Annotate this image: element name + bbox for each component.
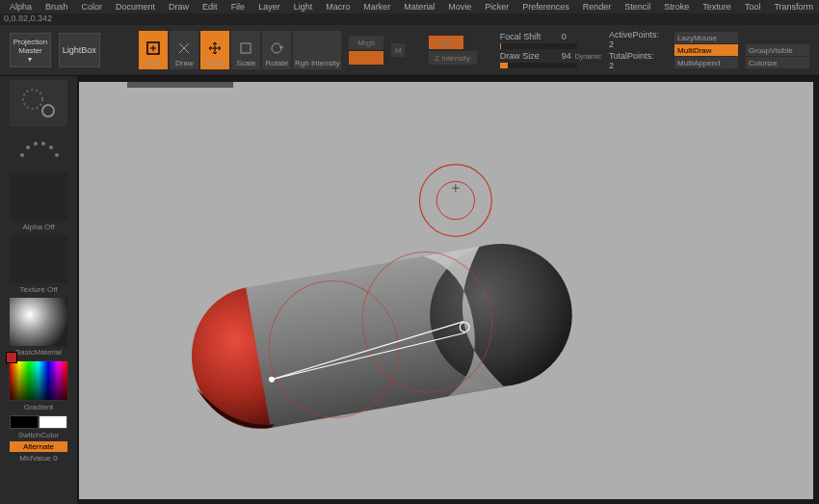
alpha-slot[interactable] — [10, 172, 67, 221]
draw-mode-button[interactable]: Draw — [170, 31, 198, 69]
dynamic-label: Dynamic — [575, 53, 601, 60]
multiappend-button[interactable]: MultiAppend — [674, 57, 738, 68]
svg-point-6 — [26, 146, 30, 149]
rotate-mode-label: Rotate — [266, 59, 289, 67]
draw-size-label: Draw Size — [500, 51, 558, 61]
menu-alpha[interactable]: Alpha — [4, 2, 38, 12]
menu-layer[interactable]: Layer — [252, 2, 286, 12]
svg-point-10 — [55, 153, 59, 157]
zadd-button[interactable]: Zadd — [429, 36, 463, 49]
mode-buttons: Edit Draw Move Scale Rotate Rgb Intensit… — [139, 31, 341, 69]
mrgb-value[interactable] — [349, 51, 383, 65]
brush-slot[interactable] — [10, 80, 67, 126]
rotate-mode-button[interactable]: Rotate — [262, 31, 291, 69]
menu-transform[interactable]: Transform — [768, 2, 819, 12]
svg-point-3 — [23, 90, 42, 109]
stroke-slot[interactable] — [10, 130, 67, 169]
color-swatches — [10, 415, 67, 429]
groupvisible-button[interactable]: GroupVisible — [746, 44, 809, 56]
coordinate-readout: 0,0.82,0.342 — [0, 13, 819, 25]
mrgb-column: Mrgb — [349, 36, 383, 65]
colorize-button[interactable]: Colorize — [746, 57, 809, 68]
m-button[interactable]: M — [391, 43, 405, 57]
menu-document[interactable]: Document — [110, 2, 161, 12]
scale-mode-label: Scale — [236, 59, 255, 67]
edit-mode-label: Edit — [146, 59, 160, 67]
svg-rect-1 — [241, 43, 251, 53]
texture-slot[interactable] — [10, 235, 67, 283]
gradient-label[interactable]: Gradient — [24, 403, 54, 411]
m-column: M — [391, 43, 405, 57]
total-points-value: 2 — [609, 61, 614, 70]
rotate-icon — [268, 40, 285, 57]
move-mode-label: Move — [206, 59, 225, 67]
dropdown-icon: ▾ — [28, 55, 32, 64]
edit-icon — [145, 40, 162, 57]
menu-file[interactable]: File — [225, 2, 251, 12]
projection-master-button[interactable]: Projection Master ▾ — [10, 33, 51, 67]
menu-light[interactable]: Light — [288, 2, 319, 12]
brush-cursor-icon — [419, 165, 491, 237]
edit-mode-button[interactable]: Edit — [139, 31, 168, 69]
zintensity-button[interactable]: Z Intensity — [429, 51, 477, 65]
menu-tool[interactable]: Tool — [739, 2, 767, 12]
svg-point-8 — [41, 142, 45, 146]
midvalue-label[interactable]: MidValue 0 — [19, 454, 57, 463]
menu-picker[interactable]: Picker — [479, 2, 515, 12]
material-slot[interactable] — [10, 298, 67, 346]
brush-preview-icon — [15, 82, 62, 124]
menu-preferences[interactable]: Preferences — [516, 2, 575, 12]
menu-draw[interactable]: Draw — [163, 2, 195, 12]
svg-point-9 — [49, 146, 53, 149]
menu-bar: Alpha Brush Color Document Draw Edit Fil… — [0, 0, 819, 13]
draw-icon — [175, 40, 193, 57]
menu-color[interactable]: Color — [76, 2, 109, 12]
focal-shift-value: 0 — [562, 32, 567, 41]
draw-size-slider[interactable] — [500, 63, 577, 68]
focal-shift-slider[interactable] — [500, 43, 577, 49]
swatch-black[interactable] — [10, 415, 39, 429]
brush-info: Focal Shift 0 Draw Size 94 Dynamic — [500, 32, 601, 68]
rgb-intensity-label: Rgb Intensity — [295, 59, 340, 67]
scene-canvas — [79, 82, 813, 499]
menu-macro[interactable]: Macro — [320, 2, 356, 12]
menu-material[interactable]: Material — [398, 2, 440, 12]
focal-shift-label: Focal Shift — [500, 32, 558, 41]
right-button-col-1: LazyMouse MultiDraw MultiAppend — [674, 32, 738, 68]
viewport[interactable] — [79, 82, 813, 499]
stats-column: ActivePoints: 2 TotalPoints: 2 — [609, 30, 659, 70]
active-points-label: ActivePoints: — [609, 30, 659, 40]
swatch-white[interactable] — [39, 415, 67, 429]
stroke-dots-icon — [14, 132, 63, 167]
lightbox-button[interactable]: LightBox — [59, 33, 100, 67]
scale-mode-button[interactable]: Scale — [231, 31, 260, 69]
zadd-column: Zadd Z Intensity — [429, 36, 477, 65]
projection-master-label: Projection Master — [11, 38, 50, 55]
switchcolor-label[interactable]: SwitchColor — [18, 431, 60, 439]
alternate-button[interactable]: Alternate — [10, 441, 67, 452]
multidraw-button[interactable]: MultiDraw — [674, 44, 738, 56]
rgb-intensity-button[interactable]: Rgb Intensity — [293, 31, 341, 69]
move-mode-button[interactable]: Move — [200, 31, 229, 69]
active-points-value: 2 — [609, 40, 614, 49]
svg-point-20 — [419, 165, 491, 237]
menu-texture[interactable]: Texture — [697, 2, 737, 12]
lazymouse-button[interactable]: LazyMouse — [674, 32, 738, 43]
mrgb-button[interactable]: Mrgb — [349, 36, 383, 49]
color-picker[interactable] — [9, 360, 68, 401]
menu-edit[interactable]: Edit — [197, 2, 224, 12]
texture-label: Texture Off — [20, 285, 58, 294]
menu-marker[interactable]: Marker — [357, 2, 396, 12]
main-area: Alpha Off Texture Off BasicMaterial Grad… — [0, 76, 819, 504]
menu-brush[interactable]: Brush — [40, 2, 74, 12]
svg-point-2 — [272, 43, 281, 53]
draw-size-value: 94 — [562, 51, 571, 61]
menu-render[interactable]: Render — [577, 2, 618, 12]
foreground-color-swatch[interactable] — [6, 352, 17, 363]
menu-stroke[interactable]: Stroke — [658, 2, 695, 12]
menu-movie[interactable]: Movie — [442, 2, 477, 12]
svg-point-4 — [42, 105, 54, 117]
move-icon — [206, 40, 224, 57]
top-toolbar: Projection Master ▾ LightBox Edit Draw M… — [0, 25, 819, 76]
menu-stencil[interactable]: Stencil — [619, 2, 656, 12]
